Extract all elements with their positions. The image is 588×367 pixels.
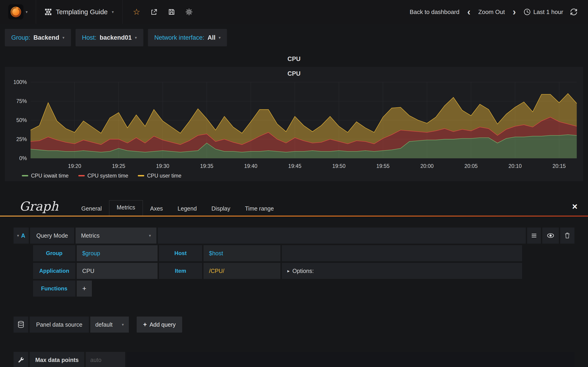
functions-label: Functions — [33, 281, 75, 297]
var-netif-dropdown[interactable]: Network interface: All ▾ — [148, 29, 227, 46]
datasource-dropdown[interactable]: default ▾ — [90, 317, 129, 333]
svg-text:19:35: 19:35 — [200, 163, 213, 169]
spacer — [130, 317, 135, 333]
query-mode-label: Query Mode — [30, 227, 74, 244]
tab-legend[interactable]: Legend — [170, 202, 204, 216]
grafana-logo-menu[interactable]: ▾ — [0, 0, 36, 24]
navbar-right: Back to dashboard ‹ Zoom Out › Last 1 ho… — [410, 8, 588, 16]
refresh-icon — [570, 8, 578, 16]
cpu-chart[interactable]: 0%25%50%75%100%19:2019:2519:3019:3519:40… — [5, 79, 583, 171]
panel-type-title: Graph — [19, 199, 59, 214]
time-range-picker[interactable]: Last 1 hour — [524, 8, 563, 16]
editor-accent-border — [0, 216, 588, 217]
star-icon: ☆ — [133, 8, 140, 16]
svg-text:20:00: 20:00 — [420, 163, 434, 169]
caret-down-icon: ▾ — [26, 10, 28, 14]
caret-down-icon: ▾ — [149, 234, 151, 238]
query-row-group-host: Group $group Host $host — [33, 245, 522, 261]
query-row-filler — [158, 227, 526, 244]
dashboard-title-menu[interactable]: Templating Guide ▾ — [36, 0, 123, 24]
trash-icon — [564, 232, 570, 239]
var-host-dropdown[interactable]: Host: backend01 ▾ — [76, 29, 143, 46]
chart-legend: CPU iowait timeCPU system timeCPU user t… — [5, 171, 583, 181]
legend-item[interactable]: CPU iowait time — [22, 173, 69, 179]
var-host-label: Host: — [82, 34, 96, 41]
var-netif-value: All — [208, 34, 216, 41]
query-collapse-toggle[interactable]: ▾ A — [14, 227, 29, 244]
legend-swatch-icon — [78, 175, 85, 176]
chevron-right-icon[interactable]: › — [512, 8, 517, 16]
svg-text:19:30: 19:30 — [156, 163, 170, 169]
max-data-points-input[interactable] — [86, 352, 125, 367]
query-delete-button[interactable] — [560, 227, 574, 244]
query-mode-dropdown[interactable]: Metrics ▾ — [76, 227, 156, 244]
item-label: Item — [159, 263, 202, 279]
legend-item[interactable]: CPU system time — [78, 173, 128, 179]
grafana-app: ▾ Templating Guide ▾ ☆ — [0, 0, 588, 367]
save-icon — [168, 8, 175, 16]
svg-text:20:05: 20:05 — [464, 163, 478, 169]
tab-display[interactable]: Display — [204, 202, 238, 216]
refresh-button[interactable] — [570, 8, 578, 16]
host-input[interactable]: $host — [204, 245, 280, 261]
options-toggle[interactable]: ▸ Options: — [282, 263, 522, 279]
query-row-functions: Functions + — [33, 281, 522, 297]
svg-text:0%: 0% — [19, 155, 27, 161]
bottom-filler — [127, 352, 574, 367]
navbar-actions: ☆ — [123, 8, 203, 16]
panel-title[interactable]: CPU — [0, 56, 588, 63]
options-label: Options: — [292, 268, 314, 274]
svg-text:100%: 100% — [13, 79, 27, 85]
var-group-label: Group: — [11, 34, 30, 41]
var-host-value: backend01 — [100, 34, 132, 41]
share-icon — [150, 8, 158, 16]
datasource-icon-cell — [14, 317, 28, 333]
back-to-dashboard-link[interactable]: Back to dashboard — [410, 8, 460, 16]
legend-item[interactable]: CPU user time — [138, 173, 182, 179]
application-label: Application — [33, 263, 75, 279]
caret-down-icon: ▾ — [17, 234, 19, 238]
svg-text:19:55: 19:55 — [376, 163, 389, 169]
caret-down-icon: ▾ — [62, 36, 65, 40]
add-query-button[interactable]: + Add query — [137, 317, 182, 333]
query-toggle-visibility-button[interactable] — [542, 227, 559, 244]
svg-text:20:15: 20:15 — [553, 163, 566, 169]
star-button[interactable]: ☆ — [133, 8, 140, 16]
plus-icon: + — [82, 285, 86, 292]
item-input[interactable]: /CPU/ — [204, 263, 280, 279]
add-function-button[interactable]: + — [77, 281, 92, 297]
legend-label: CPU user time — [147, 173, 182, 179]
query-menu-button[interactable] — [527, 227, 541, 244]
datasource-label: Panel data source — [30, 317, 89, 333]
group-label: Group — [33, 245, 75, 261]
tab-axes[interactable]: Axes — [143, 202, 170, 216]
share-button[interactable] — [150, 8, 158, 16]
group-input[interactable]: $group — [77, 245, 157, 261]
svg-text:20:10: 20:10 — [509, 163, 522, 169]
svg-text:75%: 75% — [16, 98, 27, 104]
svg-text:50%: 50% — [16, 117, 27, 123]
tab-metrics[interactable]: Metrics — [109, 200, 143, 216]
chevron-left-icon[interactable]: ‹ — [466, 8, 471, 16]
datasource-value: default — [95, 321, 112, 328]
zoom-out-button[interactable]: Zoom Out — [478, 8, 505, 16]
var-group-value: Backend — [34, 34, 60, 41]
plus-icon: + — [143, 321, 147, 328]
settings-button[interactable] — [185, 8, 193, 16]
gear-icon — [185, 8, 193, 16]
save-button[interactable] — [168, 8, 175, 16]
application-input[interactable]: CPU — [77, 263, 157, 279]
time-range-label: Last 1 hour — [533, 8, 563, 16]
caret-down-icon: ▾ — [112, 10, 114, 14]
caret-down-icon: ▾ — [135, 36, 137, 40]
close-icon[interactable]: × — [572, 202, 578, 211]
wrench-icon — [17, 357, 24, 363]
chart-title: CPU — [5, 67, 583, 79]
legend-label: CPU system time — [87, 173, 128, 179]
var-group-dropdown[interactable]: Group: Backend ▾ — [5, 29, 71, 46]
dashboard-grid-icon — [45, 8, 52, 15]
tab-general[interactable]: General — [74, 202, 109, 216]
row-filler — [282, 245, 522, 261]
tab-time-range[interactable]: Time range — [238, 202, 281, 216]
max-data-points-row: Max data points — [14, 352, 574, 367]
